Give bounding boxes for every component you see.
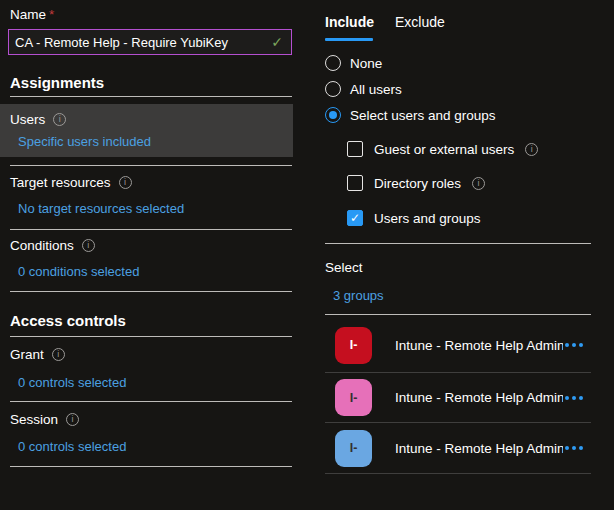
divider bbox=[325, 314, 591, 315]
target-resources-label: Target resources bbox=[10, 175, 111, 190]
ellipsis-menu-icon[interactable] bbox=[563, 442, 585, 454]
group-row[interactable]: I- Intune - Remote Help Admins... bbox=[325, 318, 591, 372]
radio-icon bbox=[325, 55, 341, 71]
session-label-row: Session i bbox=[10, 412, 79, 427]
radio-all-users-label: All users bbox=[350, 82, 402, 97]
info-icon[interactable]: i bbox=[53, 113, 66, 126]
grant-link[interactable]: 0 controls selected bbox=[18, 375, 126, 390]
radio-checked-icon bbox=[325, 107, 341, 123]
users-link[interactable]: Specific users included bbox=[18, 134, 151, 149]
conditions-link[interactable]: 0 conditions selected bbox=[18, 264, 139, 279]
info-icon[interactable]: i bbox=[52, 348, 65, 361]
group-name: Intune - Remote Help Admins... bbox=[395, 441, 563, 456]
grant-label-row: Grant i bbox=[10, 347, 65, 362]
conditions-label-row: Conditions i bbox=[10, 238, 95, 253]
divider bbox=[10, 466, 292, 467]
conditional-access-policy-panel: Name* ✓ Assignments Users i Specific use… bbox=[0, 0, 614, 510]
radio-none-label: None bbox=[350, 56, 382, 71]
valid-check-icon: ✓ bbox=[271, 34, 291, 50]
ellipsis-menu-icon[interactable] bbox=[563, 339, 585, 351]
radio-all-users[interactable]: All users bbox=[325, 79, 402, 99]
users-label-row: Users i bbox=[10, 112, 66, 127]
active-tab-underline bbox=[325, 38, 373, 41]
session-link[interactable]: 0 controls selected bbox=[18, 439, 126, 454]
target-resources-link[interactable]: No target resources selected bbox=[18, 201, 184, 216]
info-icon[interactable]: i bbox=[525, 143, 538, 156]
users-and-groups-label: Users and groups bbox=[374, 211, 481, 226]
conditions-label: Conditions bbox=[10, 238, 74, 253]
group-row[interactable]: I- Intune - Remote Help Admins... bbox=[325, 423, 591, 473]
divider bbox=[325, 473, 591, 474]
tab-exclude[interactable]: Exclude bbox=[395, 14, 445, 30]
target-resources-label-row: Target resources i bbox=[10, 175, 132, 190]
divider bbox=[10, 336, 292, 337]
info-icon[interactable]: i bbox=[66, 413, 79, 426]
radio-none[interactable]: None bbox=[325, 53, 382, 73]
tab-include[interactable]: Include bbox=[325, 14, 374, 30]
assignments-heading: Assignments bbox=[10, 74, 104, 91]
name-label: Name* bbox=[10, 7, 54, 22]
checkbox-directory-roles[interactable]: Directory roles i bbox=[347, 173, 485, 193]
ellipsis-menu-icon[interactable] bbox=[563, 392, 585, 404]
groups-count-link[interactable]: 3 groups bbox=[333, 288, 384, 303]
radio-select-users-and-groups[interactable]: Select users and groups bbox=[325, 105, 496, 125]
divider bbox=[325, 243, 591, 244]
divider bbox=[10, 96, 292, 97]
group-row[interactable]: I- Intune - Remote Help Admins... bbox=[325, 373, 591, 422]
name-input[interactable] bbox=[9, 30, 271, 54]
checkbox-users-and-groups[interactable]: ✓ Users and groups bbox=[347, 208, 481, 228]
info-icon[interactable]: i bbox=[82, 239, 95, 252]
checkbox-guest-external-users[interactable]: Guest or external users i bbox=[347, 139, 538, 159]
directory-roles-label: Directory roles bbox=[374, 176, 461, 191]
policy-settings-panel: Name* ✓ Assignments Users i Specific use… bbox=[0, 0, 300, 510]
divider bbox=[10, 165, 292, 166]
radio-icon bbox=[325, 81, 341, 97]
group-avatar: I- bbox=[335, 379, 372, 416]
radio-select-users-label: Select users and groups bbox=[350, 108, 496, 123]
users-include-exclude-panel: Include Exclude None All users Select us… bbox=[325, 0, 591, 510]
group-name: Intune - Remote Help Admins... bbox=[395, 338, 563, 353]
divider bbox=[10, 229, 292, 230]
users-label: Users bbox=[10, 112, 45, 127]
divider bbox=[10, 401, 292, 402]
group-avatar: I- bbox=[335, 327, 372, 364]
session-label: Session bbox=[10, 412, 58, 427]
name-label-text: Name bbox=[10, 7, 46, 22]
checkbox-icon bbox=[347, 175, 363, 191]
info-icon[interactable]: i bbox=[119, 176, 132, 189]
divider bbox=[10, 291, 292, 292]
access-controls-heading: Access controls bbox=[10, 312, 126, 329]
checkbox-icon bbox=[347, 141, 363, 157]
grant-label: Grant bbox=[10, 347, 44, 362]
info-icon[interactable]: i bbox=[472, 177, 485, 190]
assignment-item-users[interactable]: Users i Specific users included bbox=[0, 104, 293, 157]
group-avatar: I- bbox=[335, 430, 372, 467]
required-asterisk: * bbox=[49, 7, 54, 22]
checkbox-checked-icon: ✓ bbox=[347, 210, 363, 226]
guest-external-users-label: Guest or external users bbox=[374, 142, 514, 157]
select-label: Select bbox=[325, 260, 363, 275]
group-name: Intune - Remote Help Admins... bbox=[395, 390, 563, 405]
name-input-container: ✓ bbox=[8, 29, 292, 55]
